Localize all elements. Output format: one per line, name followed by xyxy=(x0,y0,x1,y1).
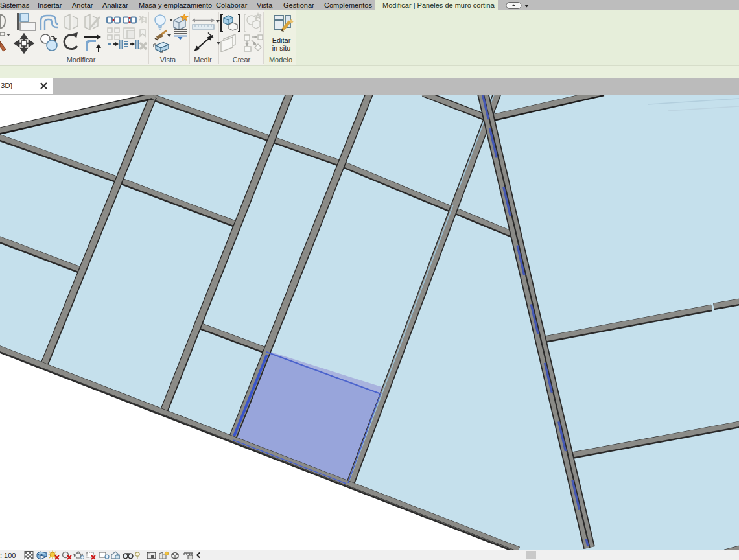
svg-text:Editar: Editar xyxy=(272,36,291,44)
svg-text:in situ: in situ xyxy=(272,44,291,52)
